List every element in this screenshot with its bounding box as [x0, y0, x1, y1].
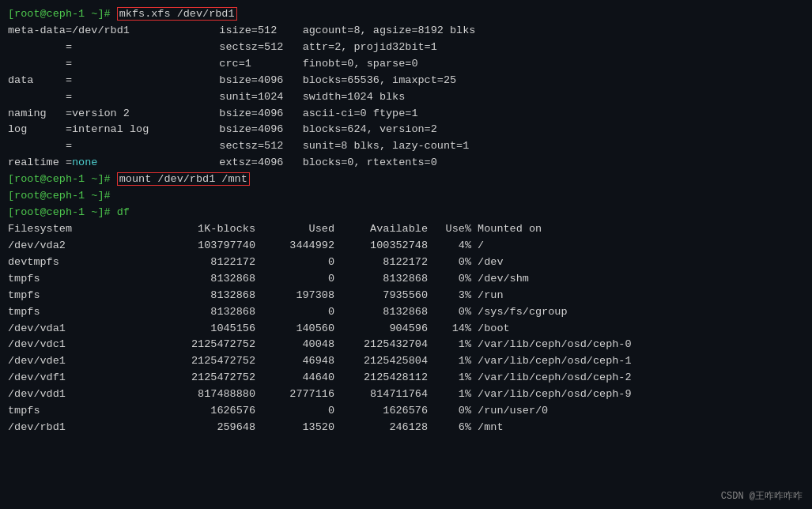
line-mkfs: [root@ceph-1 ~]# mkfs.xfs /dev/rbd1: [8, 6, 804, 23]
df-row-vdf1: /dev/vdf12125472752 44640 2125428112 1% …: [8, 370, 804, 386]
line-naming: naming =version 2 bsize=4096 ascii-ci=0 …: [8, 106, 804, 123]
line-data1: data = bsize=4096 blocks=65536, imaxpct=…: [8, 73, 804, 89]
cmd-mkfs: mkfs.xfs /dev/rbd1: [117, 7, 237, 21]
line-log: log =internal log bsize=4096 blocks=624,…: [8, 122, 804, 138]
df-row-vdd1: /dev/vdd1 817488880 2777116 814711764 1%…: [8, 386, 804, 403]
df-row-rbd1: /dev/rbd1 259648 13520 246128 6% /mnt: [8, 420, 804, 436]
df-row-vde1: /dev/vde12125472752 46948 2125425804 1% …: [8, 353, 804, 370]
line-meta2: = sectsz=512 attr=2, projid32bit=1: [8, 40, 804, 56]
prompt-1: [root@ceph-1 ~]#: [8, 8, 117, 20]
cmd-mount: mount /dev/rbd1 /mnt: [117, 172, 250, 186]
df-row-vda2: /dev/vda2103797740 3444992 100352748 4% …: [8, 238, 804, 254]
df-row-tmpfs1: tmpfs 8132868 0 8132868 0% /dev/shm: [8, 271, 804, 288]
line-meta3: = crc=1 finobt=0, sparse=0: [8, 56, 804, 73]
df-row-vdc1: /dev/vdc12125472752 40048 2125432704 1% …: [8, 337, 804, 353]
df-header: Filesystem1K-blocks Used Available Use% …: [8, 221, 804, 238]
line-realtime: realtime =none extsz=4096 blocks=0, rtex…: [8, 155, 804, 172]
df-row-devtmpfs: devtmpfs 8122172 0 8122172 0% /dev: [8, 254, 804, 271]
terminal: [root@ceph-1 ~]# mkfs.xfs /dev/rbd1 meta…: [0, 0, 812, 443]
line-mount: [root@ceph-1 ~]# mount /dev/rbd1 /mnt: [8, 172, 804, 188]
line-empty-prompt: [root@ceph-1 ~]#: [8, 188, 804, 205]
df-row-tmpfs3: tmpfs 8132868 0 8132868 0% /sys/fs/cgrou…: [8, 304, 804, 321]
prompt-2: [root@ceph-1 ~]#: [8, 173, 117, 185]
watermark: CSDN @王咋咋咋咋: [721, 489, 803, 503]
line-meta1: meta-data=/dev/rbd1 isize=512 agcount=8,…: [8, 23, 804, 40]
line-df-cmd: [root@ceph-1 ~]# df: [8, 205, 804, 221]
df-row-tmpfs4: tmpfs 1626576 0 1626576 0% /run/user/0: [8, 403, 804, 420]
line-log2: = sectsz=512 sunit=8 blks, lazy-count=1: [8, 138, 804, 155]
df-row-vda1: /dev/vda1 1045156 140560 904596 14% /boo…: [8, 321, 804, 337]
line-data2: = sunit=1024 swidth=1024 blks: [8, 89, 804, 106]
df-row-tmpfs2: tmpfs 8132868 197308 7935560 3% /run: [8, 288, 804, 304]
